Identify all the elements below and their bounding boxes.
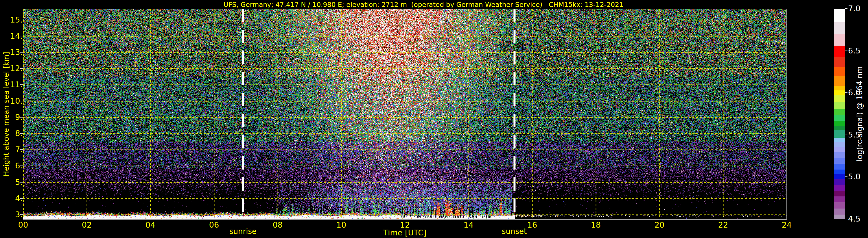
- y-tick-label: 13.: [0, 48, 23, 57]
- y-tick-label: 5.: [0, 178, 23, 186]
- colorbar-block: [834, 142, 845, 147]
- colorbar-tick-label: 4.5: [848, 215, 861, 223]
- colorbar-tick-mark: [845, 50, 847, 51]
- colorbar-block: [834, 126, 845, 130]
- colorbar-tick-mark: [845, 219, 847, 219]
- colorbar-block: [834, 158, 845, 164]
- colorbar-block: [834, 202, 845, 208]
- y-tick-label: 10.: [0, 97, 23, 105]
- y-axis-tick-mark: [20, 20, 23, 20]
- x-tick-label: 00: [11, 220, 35, 229]
- y-tick-label: 15.: [0, 15, 23, 24]
- y-axis-tick-mark: [20, 117, 23, 117]
- y-tick-label: 9.: [0, 113, 23, 122]
- colorbar-block: [834, 179, 845, 185]
- colorbar-block: [834, 109, 845, 115]
- y-axis-tick-mark: [20, 36, 23, 36]
- colorbar-label: log(rc-signal) @ 1064 nm: [855, 66, 864, 161]
- colorbar-block: [834, 130, 845, 138]
- colorbar-tick-label: 7.0: [848, 4, 861, 13]
- colorbar-block: [834, 76, 845, 86]
- colorbar-block: [834, 185, 845, 191]
- colorbar-block: [834, 215, 845, 219]
- x-tick-label: 14: [457, 220, 480, 229]
- colorbar-block: [834, 196, 845, 202]
- y-axis-tick-mark: [20, 182, 23, 182]
- y-axis-tick-mark: [20, 166, 23, 166]
- colorbar-tick-mark: [845, 176, 847, 177]
- y-tick-label: 11.: [0, 80, 23, 89]
- colorbar-block: [834, 57, 845, 67]
- x-tick-label: 22: [712, 220, 735, 229]
- sunrise-label: sunrise: [220, 227, 266, 236]
- colorbar-block: [834, 9, 845, 22]
- colorbar-tick-label: 5.0: [848, 172, 861, 181]
- colorbar-block: [834, 152, 845, 158]
- colorbar-block: [834, 46, 845, 57]
- colorbar-block: [834, 208, 845, 215]
- plot-title: UFS, Germany; 47.417 N / 10.980 E; eleva…: [0, 1, 847, 8]
- colorbar-tick-mark: [845, 135, 847, 135]
- plot-canvas: [23, 9, 787, 219]
- y-axis-tick-mark: [20, 149, 23, 150]
- x-tick-label: 20: [648, 220, 671, 229]
- y-tick-label: 3.: [0, 210, 23, 219]
- sunset-label: sunset: [491, 227, 537, 236]
- x-tick-label: 04: [139, 220, 162, 229]
- x-tick-label: 18: [584, 220, 608, 229]
- colorbar-block: [834, 95, 845, 102]
- y-tick-label: 12.: [0, 64, 23, 73]
- x-tick-label: 10: [330, 220, 353, 229]
- y-axis-tick-mark: [20, 68, 23, 69]
- colorbar-block: [834, 86, 845, 91]
- y-tick-label: 7.: [0, 145, 23, 154]
- y-axis-tick-mark: [20, 52, 23, 53]
- y-tick-label: 6.: [0, 162, 23, 170]
- x-tick-label: 24: [775, 220, 798, 229]
- colorbar-block: [834, 115, 845, 121]
- y-axis-tick-mark: [20, 214, 23, 215]
- colorbar-tick-label: 6.5: [848, 46, 861, 55]
- colorbar-block: [834, 138, 845, 142]
- y-axis-tick-mark: [20, 101, 23, 101]
- bottom-axis-line: [23, 219, 787, 220]
- colorbar: [834, 9, 845, 219]
- y-axis-tick-mark: [20, 84, 23, 85]
- x-tick-label: 02: [75, 220, 98, 229]
- x-tick-label: 08: [266, 220, 289, 229]
- ceilometer-quicklook: UFS, Germany; 47.417 N / 10.980 E; eleva…: [0, 0, 868, 238]
- colorbar-block: [834, 91, 845, 95]
- y-axis-tick-mark: [20, 198, 23, 199]
- colorbar-block: [834, 121, 845, 126]
- colorbar-block: [834, 67, 845, 76]
- y-tick-label: 8.: [0, 129, 23, 138]
- right-axis-line: [786, 9, 787, 220]
- colorbar-block: [834, 147, 845, 152]
- colorbar-block: [834, 34, 845, 46]
- y-tick-label: 4.: [0, 194, 23, 203]
- colorbar-block: [834, 164, 845, 170]
- colorbar-block: [834, 170, 845, 174]
- y-tick-label: 14.: [0, 32, 23, 40]
- x-axis-label: Time [UTC]: [362, 228, 448, 237]
- y-axis-tick-mark: [20, 133, 23, 134]
- colorbar-block: [834, 102, 845, 109]
- colorbar-block: [834, 22, 845, 34]
- colorbar-tick-mark: [845, 93, 847, 93]
- colorbar-tick-mark: [845, 8, 847, 9]
- colorbar-block: [834, 174, 845, 179]
- colorbar-block: [834, 191, 845, 196]
